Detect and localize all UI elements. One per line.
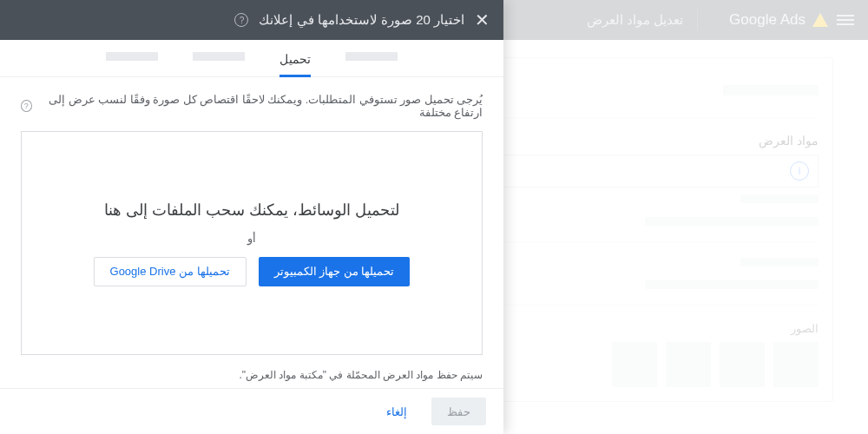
- save-button[interactable]: حفظ: [431, 398, 486, 425]
- upload-drive-button[interactable]: تحميلها من Google Drive: [94, 257, 247, 286]
- dropzone-text: لتحميل الوسائط، يمكنك سحب الملفات إلى هن…: [104, 201, 399, 220]
- hint-text: يُرجى تحميل صور تستوفي المتطلبات. ويمكنك…: [37, 93, 483, 119]
- modal-title: اختيار 20 صورة لاستخدامها في إعلانك: [259, 12, 464, 28]
- tab-upload[interactable]: تحميل: [279, 52, 311, 76]
- dropzone-or: أو: [247, 232, 256, 245]
- upload-hint: يُرجى تحميل صور تستوفي المتطلبات. ويمكنك…: [21, 93, 483, 119]
- image-picker-modal: ✕ اختيار 20 صورة لاستخدامها في إعلانك ? …: [0, 0, 503, 434]
- upload-dropzone[interactable]: لتحميل الوسائط، يمكنك سحب الملفات إلى هن…: [21, 131, 483, 355]
- tab-placeholder[interactable]: [193, 52, 245, 61]
- modal-tabs: تحميل: [0, 40, 503, 77]
- modal-body: يُرجى تحميل صور تستوفي المتطلبات. ويمكنك…: [0, 77, 503, 388]
- close-icon[interactable]: ✕: [475, 10, 490, 30]
- tab-placeholder[interactable]: [345, 52, 398, 61]
- upload-computer-button[interactable]: تحميلها من جهاز الكمبيوتر: [259, 257, 411, 286]
- help-icon[interactable]: ?: [234, 13, 248, 27]
- modal-header: ✕ اختيار 20 صورة لاستخدامها في إعلانك ?: [0, 0, 503, 40]
- help-icon[interactable]: ?: [21, 100, 32, 112]
- tab-placeholder[interactable]: [106, 52, 158, 61]
- save-note: سيتم حفظ مواد العرض المحمّلة في "مكتبة م…: [21, 369, 483, 381]
- modal-footer: حفظ إلغاء: [0, 388, 503, 434]
- cancel-button[interactable]: إلغاء: [371, 398, 423, 425]
